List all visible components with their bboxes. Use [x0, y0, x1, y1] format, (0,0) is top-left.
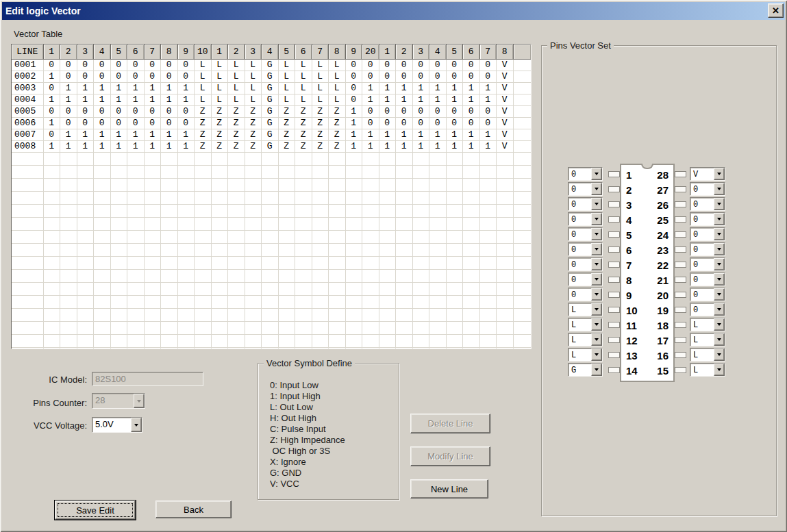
new-line-button[interactable]: New Line: [410, 479, 488, 498]
column-header-LINE[interactable]: LINE: [12, 45, 43, 59]
vector-cell[interactable]: 0: [127, 105, 145, 117]
vector-cell[interactable]: L: [245, 82, 262, 94]
vector-cell[interactable]: 1: [177, 129, 195, 140]
vector-cell[interactable]: 1: [412, 140, 429, 152]
vector-cell[interactable]: G: [262, 140, 279, 152]
vector-cell[interactable]: L: [211, 82, 228, 94]
vector-cell[interactable]: 1: [144, 94, 161, 105]
save-edit-button[interactable]: Save Edit: [55, 501, 136, 520]
vector-cell[interactable]: V: [497, 140, 514, 152]
vector-cell[interactable]: 1: [345, 105, 362, 117]
vector-cell[interactable]: L: [329, 94, 346, 105]
vector-cell[interactable]: 1: [43, 140, 60, 152]
vector-cell[interactable]: Z: [245, 117, 262, 129]
vector-cell[interactable]: 0: [362, 59, 379, 71]
vector-cell[interactable]: L: [278, 59, 295, 71]
vector-cell[interactable]: 1: [60, 140, 77, 152]
vector-cell[interactable]: 1: [379, 140, 396, 152]
dropdown-arrow-button[interactable]: [591, 198, 602, 210]
vector-cell[interactable]: 0: [479, 59, 497, 71]
vector-cell[interactable]: 0: [177, 117, 195, 129]
vector-cell[interactable]: 1: [446, 94, 463, 105]
vector-cell[interactable]: 1: [412, 129, 429, 140]
dropdown-arrow-button[interactable]: [591, 168, 602, 180]
vector-cell[interactable]: 0: [127, 71, 145, 82]
vector-cell[interactable]: 1: [479, 140, 497, 152]
vector-cell[interactable]: L: [245, 71, 262, 82]
pin-6-combo[interactable]: 0: [568, 242, 603, 256]
line-number-cell[interactable]: 0001: [12, 59, 43, 71]
vector-cell[interactable]: 1: [43, 117, 60, 129]
vector-cell[interactable]: 1: [463, 140, 480, 152]
vector-cell[interactable]: 0: [161, 59, 178, 71]
column-header-1[interactable]: 1: [43, 45, 60, 59]
vector-cell[interactable]: 1: [161, 82, 178, 94]
vector-cell[interactable]: 0: [412, 71, 429, 82]
vector-cell[interactable]: 0: [446, 117, 463, 129]
vector-cell[interactable]: 0: [463, 117, 480, 129]
vector-cell[interactable]: 1: [161, 94, 178, 105]
vector-cell[interactable]: 0: [77, 71, 94, 82]
pin-8-combo[interactable]: 0: [568, 273, 603, 286]
vector-cell[interactable]: L: [329, 59, 346, 71]
pin-16-combo[interactable]: L: [690, 348, 725, 362]
vector-cell[interactable]: 1: [110, 82, 127, 94]
vector-cell[interactable]: 1: [127, 140, 145, 152]
vector-cell[interactable]: 0: [110, 71, 127, 82]
vector-cell[interactable]: 0: [110, 117, 127, 129]
vector-cell[interactable]: 1: [345, 140, 362, 152]
vector-cell[interactable]: 0: [110, 59, 127, 71]
vector-cell[interactable]: Z: [245, 140, 262, 152]
vector-cell[interactable]: L: [211, 71, 228, 82]
vector-cell[interactable]: L: [228, 71, 245, 82]
pin-5-combo[interactable]: 0: [568, 227, 603, 241]
vector-cell[interactable]: L: [195, 82, 212, 94]
dropdown-arrow-button[interactable]: [714, 213, 725, 225]
column-header-6[interactable]: 6: [127, 45, 145, 59]
vector-cell[interactable]: 1: [161, 140, 178, 152]
pin-17-combo[interactable]: L: [690, 333, 725, 346]
vector-cell[interactable]: 1: [60, 94, 77, 105]
vector-cell[interactable]: Z: [228, 105, 245, 117]
pin-11-combo[interactable]: L: [568, 318, 603, 331]
vector-cell[interactable]: V: [497, 82, 514, 94]
pin-24-combo[interactable]: 0: [690, 227, 725, 241]
vector-cell[interactable]: 1: [379, 94, 396, 105]
vector-cell[interactable]: Z: [312, 140, 329, 152]
vector-cell[interactable]: L: [278, 82, 295, 94]
vector-cell[interactable]: Z: [278, 140, 295, 152]
dropdown-arrow-button[interactable]: [714, 349, 725, 361]
column-header-5[interactable]: 5: [278, 45, 295, 59]
pin-23-combo[interactable]: 0: [690, 242, 725, 256]
vector-cell[interactable]: 1: [127, 129, 145, 140]
vector-cell[interactable]: 1: [429, 82, 447, 94]
line-number-cell[interactable]: 0008: [12, 140, 43, 152]
dropdown-arrow-button[interactable]: [714, 243, 725, 255]
dropdown-arrow-button[interactable]: [714, 258, 725, 270]
vector-cell[interactable]: 0: [446, 105, 463, 117]
vector-cell[interactable]: Z: [312, 129, 329, 140]
vector-cell[interactable]: G: [262, 59, 279, 71]
vector-cell[interactable]: 1: [362, 129, 379, 140]
vector-cell[interactable]: 1: [144, 82, 161, 94]
vector-cell[interactable]: 0: [429, 105, 447, 117]
vector-cell[interactable]: 0: [345, 71, 362, 82]
dropdown-arrow-button[interactable]: [591, 288, 602, 301]
vector-cell[interactable]: Z: [228, 129, 245, 140]
vector-cell[interactable]: 0: [479, 105, 497, 117]
dropdown-arrow-button[interactable]: [714, 228, 725, 240]
vector-cell[interactable]: Z: [312, 105, 329, 117]
vector-cell[interactable]: 1: [362, 82, 379, 94]
vector-cell[interactable]: V: [497, 129, 514, 140]
line-number-cell[interactable]: 0003: [12, 82, 43, 94]
back-button[interactable]: Back: [155, 501, 232, 518]
column-header-8[interactable]: 8: [329, 45, 346, 59]
vector-cell[interactable]: 0: [94, 59, 111, 71]
vector-cell[interactable]: 0: [127, 117, 145, 129]
dropdown-arrow-button[interactable]: [714, 303, 725, 316]
column-header-20[interactable]: 20: [362, 45, 379, 59]
vector-cell[interactable]: 1: [60, 129, 77, 140]
vector-cell[interactable]: 0: [479, 117, 497, 129]
vector-cell[interactable]: 1: [144, 140, 161, 152]
vector-cell[interactable]: 1: [463, 94, 480, 105]
